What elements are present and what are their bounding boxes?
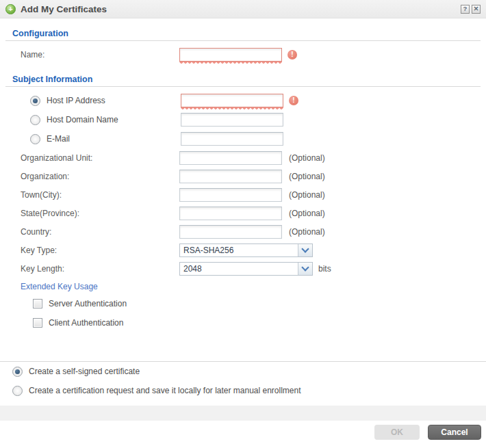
client-authentication-checkbox[interactable] [33,318,42,328]
email-label: E-Mail [47,134,181,144]
form-row-host-domain: Host Domain Name [0,110,486,129]
host-ip-field-wrapper [181,94,283,107]
state-input[interactable] [179,207,282,220]
form-row-country: Country: (Optional) [0,222,486,241]
footer: OK Cancel [0,421,486,440]
form-row-self-signed: Create a self-signed certificate [0,362,486,381]
optional-note: (Optional) [289,227,325,237]
form-row-organization: Organization: (Optional) [0,167,486,185]
key-length-label: Key Length: [21,264,179,274]
cancel-button[interactable]: Cancel [428,425,481,440]
country-label: Country: [21,227,179,237]
organization-label: Organization: [21,172,179,181]
radio-host-ip-address[interactable] [30,96,40,106]
form-row-certification-request: Create a certification request and save … [0,381,486,400]
form-row-server-auth: Server Authentication [0,294,486,313]
form-row-key-type: Key Type: RSA-SHA256 [0,241,486,259]
state-label: State(Province): [21,209,179,218]
name-field-wrapper [179,48,282,62]
server-authentication-checkbox[interactable] [33,299,42,308]
key-type-select[interactable]: RSA-SHA256 [179,243,313,257]
optional-note: (Optional) [289,209,325,218]
form-row-name: Name: ! [0,45,486,64]
host-ip-input[interactable] [181,94,283,107]
dialog-titlebar: + Add My Certificates ? ✕ [0,0,486,18]
radio-certification-request[interactable] [12,386,23,396]
radio-host-domain-name[interactable] [30,115,40,125]
form-row-town: Town(City): (Optional) [0,185,486,204]
error-icon: ! [289,96,298,105]
key-type-value: RSA-SHA256 [180,244,298,256]
host-domain-name-label: Host Domain Name [47,115,181,124]
name-input[interactable] [179,48,282,62]
client-authentication-label: Client Authentication [49,318,123,328]
extended-key-usage-heading: Extended Key Usage [21,282,486,293]
form-row-key-length: Key Length: 2048 bits [0,259,486,278]
town-input[interactable] [179,188,282,202]
host-domain-input[interactable] [181,113,283,127]
key-length-unit: bits [318,264,331,274]
name-label: Name: [21,50,179,60]
form-row-client-auth: Client Authentication [0,313,486,332]
error-underline [181,107,283,110]
dropdown-arrow-button[interactable] [298,244,312,256]
radio-self-signed-certificate[interactable] [12,367,23,377]
add-icon: + [5,4,16,14]
form-row-email: E-Mail [0,129,486,148]
self-signed-certificate-label: Create a self-signed certificate [29,367,140,376]
key-length-select[interactable]: 2048 [179,262,313,276]
dropdown-arrow-button[interactable] [298,263,312,275]
key-type-label: Key Type: [21,246,179,255]
organizational-unit-input[interactable] [179,151,282,165]
town-label: Town(City): [21,190,179,200]
radio-email[interactable] [30,134,40,144]
error-icon: ! [287,50,297,60]
organizational-unit-label: Organizational Unit: [21,153,179,163]
spacer [0,332,486,361]
certification-request-label: Create a certification request and save … [29,386,301,395]
error-underline [179,62,282,64]
footer-separator-strip [0,406,486,421]
form-row-host-ip: Host IP Address ! [0,91,486,110]
optional-note: (Optional) [289,190,325,200]
organization-input[interactable] [179,170,282,183]
chevron-down-icon [301,245,309,252]
key-length-value: 2048 [180,263,298,275]
country-input[interactable] [179,225,282,239]
optional-note: (Optional) [289,153,325,163]
close-button[interactable]: ✕ [472,5,481,14]
subject-information-heading: Subject Information [12,75,486,84]
optional-note: (Optional) [289,172,325,181]
form-row-organizational-unit: Organizational Unit: (Optional) [0,148,486,167]
chevron-down-icon [301,263,309,271]
help-button[interactable]: ? [461,5,470,14]
form-row-state: State(Province): (Optional) [0,204,486,222]
dialog-title: Add My Certificates [21,4,459,14]
email-input[interactable] [181,132,283,146]
host-ip-address-label: Host IP Address [47,96,181,105]
configuration-heading: Configuration [12,29,486,38]
server-authentication-label: Server Authentication [49,299,127,308]
section-divider [5,86,481,87]
section-divider [5,40,481,41]
ok-button[interactable]: OK [374,425,420,440]
